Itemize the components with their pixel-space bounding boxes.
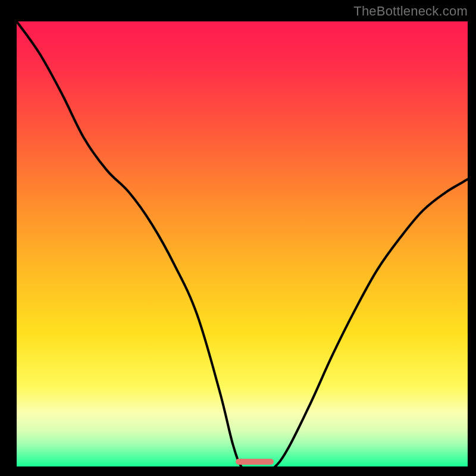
optimal-zone-marker xyxy=(236,459,274,465)
bottleneck-curve xyxy=(17,21,468,466)
plot-area xyxy=(17,21,468,466)
watermark-text: TheBottleneck.com xyxy=(353,4,468,19)
chart-frame: TheBottleneck.com xyxy=(0,0,476,476)
